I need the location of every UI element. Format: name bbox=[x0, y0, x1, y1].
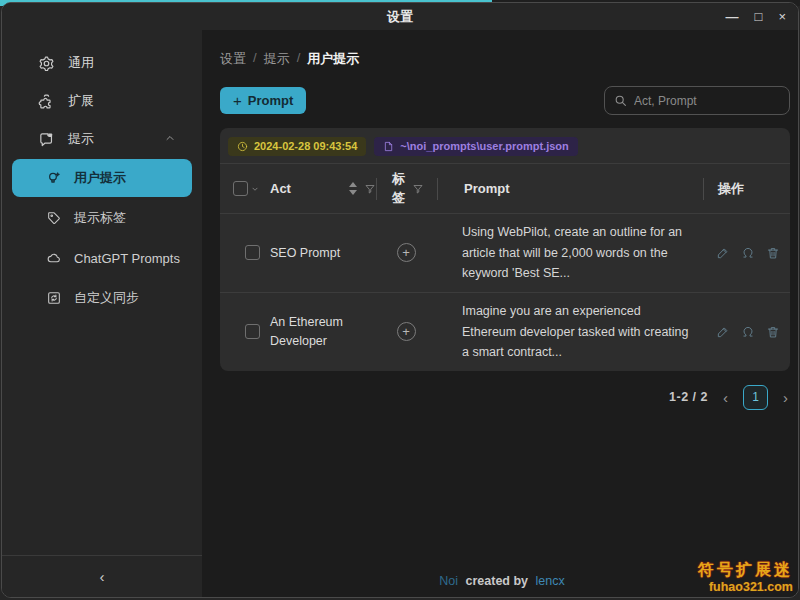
column-header-actions: 操作 bbox=[704, 180, 790, 198]
breadcrumb-prompts[interactable]: 提示 bbox=[264, 50, 290, 68]
chevron-up-icon[interactable] bbox=[164, 132, 176, 147]
sidebar-item-chatgpt-prompts[interactable]: ChatGPT Prompts bbox=[12, 239, 192, 277]
pagination-next-button[interactable]: › bbox=[781, 389, 790, 406]
sort-asc-icon[interactable] bbox=[349, 182, 357, 187]
sidebar-item-label: 提示标签 bbox=[74, 209, 126, 227]
sort-control[interactable] bbox=[349, 182, 357, 195]
delete-icon[interactable] bbox=[766, 325, 780, 339]
sidebar-item-prompt-tags[interactable]: 提示标签 bbox=[12, 199, 192, 237]
chevron-down-icon[interactable] bbox=[250, 184, 260, 194]
sidebar-item-custom-sync[interactable]: 自定义同步 bbox=[12, 279, 192, 317]
edit-icon[interactable] bbox=[716, 325, 730, 339]
prompt-bubble-icon bbox=[38, 131, 55, 148]
tag-icon bbox=[46, 210, 62, 226]
timestamp-badge: 2024-02-28 09:43:54 bbox=[228, 137, 366, 156]
chat-icon[interactable] bbox=[741, 246, 755, 260]
delete-icon[interactable] bbox=[766, 246, 780, 260]
clock-icon bbox=[237, 141, 248, 152]
sidebar: 通用 扩展 提示 bbox=[2, 30, 202, 597]
lightbulb-icon bbox=[46, 170, 62, 186]
column-header-prompt: Prompt bbox=[438, 170, 703, 207]
breadcrumb-separator: / bbox=[297, 50, 301, 68]
table-row: SEO Prompt + Using WebPilot, create an o… bbox=[220, 213, 790, 292]
breadcrumb-separator: / bbox=[253, 50, 257, 68]
pagination-range: 1-2 / 2 bbox=[669, 390, 708, 404]
minimize-button[interactable]: — bbox=[726, 10, 739, 23]
sidebar-item-extensions[interactable]: 扩展 bbox=[2, 82, 202, 120]
gear-icon bbox=[38, 55, 55, 72]
timestamp-text: 2024-02-28 09:43:54 bbox=[254, 141, 357, 152]
sidebar-item-prompts[interactable]: 提示 bbox=[2, 120, 202, 158]
plus-icon: + bbox=[233, 92, 242, 109]
table-header: Act 标签 bbox=[220, 163, 790, 213]
add-tag-button[interactable]: + bbox=[397, 243, 416, 262]
breadcrumb: 设置 / 提示 / 用户提示 bbox=[220, 50, 790, 68]
act-cell: An Ethereum Developer bbox=[270, 313, 376, 351]
file-path-badge[interactable]: ~\noi_prompts\user.prompt.json bbox=[374, 137, 577, 156]
sidebar-item-general[interactable]: 通用 bbox=[2, 44, 202, 82]
window-title: 设置 bbox=[387, 8, 413, 26]
pagination: 1-2 / 2 ‹ 1 › bbox=[220, 385, 790, 410]
add-prompt-label: Prompt bbox=[248, 93, 294, 108]
footer-credit: Noi created by lencx bbox=[202, 574, 799, 588]
edit-icon[interactable] bbox=[716, 246, 730, 260]
sidebar-item-user-prompts[interactable]: 用户提示 bbox=[12, 159, 192, 197]
cloud-icon bbox=[46, 250, 62, 266]
search-icon bbox=[614, 94, 627, 107]
window-controls: — □ × bbox=[726, 3, 786, 30]
toolbar: + Prompt bbox=[220, 86, 790, 115]
act-cell: SEO Prompt bbox=[270, 244, 376, 263]
prompt-cell: Imagine you are an experienced Ethereum … bbox=[436, 293, 704, 371]
sidebar-item-label: ChatGPT Prompts bbox=[74, 251, 180, 266]
sidebar-item-label: 用户提示 bbox=[74, 169, 126, 187]
add-tag-button[interactable]: + bbox=[397, 322, 416, 341]
pagination-page-1[interactable]: 1 bbox=[743, 385, 768, 410]
prompt-table-card: 2024-02-28 09:43:54 ~\noi_prompts\user.p… bbox=[220, 128, 790, 371]
sidebar-item-label: 通用 bbox=[68, 54, 94, 72]
pagination-prev-button[interactable]: ‹ bbox=[721, 389, 730, 406]
close-button[interactable]: × bbox=[778, 10, 786, 23]
chevron-left-icon: ‹ bbox=[100, 568, 105, 585]
row-checkbox[interactable] bbox=[245, 324, 260, 339]
row-checkbox[interactable] bbox=[245, 245, 260, 260]
sidebar-item-label: 自定义同步 bbox=[74, 289, 139, 307]
add-prompt-button[interactable]: + Prompt bbox=[220, 87, 306, 114]
desktop-background: 设置 — □ × 通用 bbox=[0, 0, 800, 600]
column-header-tag: 标签 bbox=[391, 170, 407, 208]
settings-window: 设置 — □ × 通用 bbox=[1, 2, 799, 598]
main-content: 设置 / 提示 / 用户提示 + Prompt bbox=[202, 30, 799, 597]
sidebar-item-label: 提示 bbox=[68, 130, 94, 148]
filter-icon[interactable] bbox=[412, 183, 424, 195]
sidebar-item-label: 扩展 bbox=[68, 92, 94, 110]
meta-badges: 2024-02-28 09:43:54 ~\noi_prompts\user.p… bbox=[220, 135, 790, 163]
chat-icon[interactable] bbox=[741, 325, 755, 339]
column-header-act: Act bbox=[270, 179, 349, 199]
prompt-cell: Using WebPilot, create an outline for an… bbox=[436, 214, 704, 292]
breadcrumb-current: 用户提示 bbox=[307, 50, 359, 68]
file-icon bbox=[383, 141, 394, 152]
select-all-checkbox[interactable] bbox=[233, 181, 248, 196]
file-path-text: ~\noi_prompts\user.prompt.json bbox=[400, 141, 568, 152]
search-box[interactable] bbox=[604, 86, 790, 115]
table-row: An Ethereum Developer + Imagine you are … bbox=[220, 292, 790, 371]
sync-icon bbox=[46, 290, 62, 306]
footer-app-link[interactable]: Noi bbox=[439, 574, 458, 588]
maximize-button[interactable]: □ bbox=[755, 10, 763, 23]
breadcrumb-settings[interactable]: 设置 bbox=[220, 50, 246, 68]
titlebar: 设置 — □ × bbox=[2, 3, 798, 30]
sidebar-collapse-button[interactable]: ‹ bbox=[2, 555, 202, 597]
sort-desc-icon[interactable] bbox=[349, 190, 357, 195]
search-input[interactable] bbox=[634, 94, 780, 108]
footer-credit-text: created by bbox=[462, 574, 533, 588]
puzzle-icon bbox=[38, 93, 55, 110]
footer-author-link[interactable]: lencx bbox=[536, 574, 565, 588]
filter-icon[interactable] bbox=[364, 183, 376, 195]
